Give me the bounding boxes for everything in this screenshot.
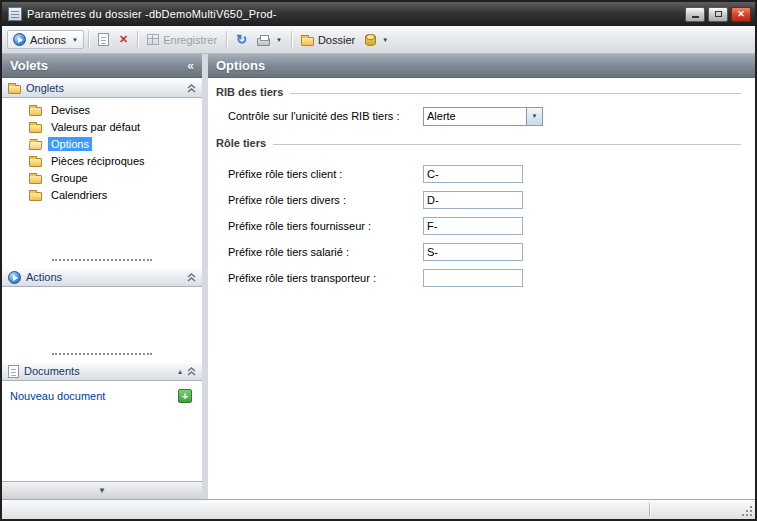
spacer	[208, 149, 755, 157]
save-button[interactable]: Enregistrer	[142, 32, 222, 48]
new-document-link[interactable]: Nouveau document	[10, 390, 105, 402]
add-document-button[interactable]: +	[178, 389, 192, 403]
tree-item-label: Valeurs par défaut	[48, 120, 143, 134]
field-label: Contrôle sur l'unicité des RIB tiers :	[228, 110, 423, 122]
tree-item-label: Groupe	[48, 171, 91, 185]
window-controls: ✕	[685, 7, 751, 22]
field-label: Préfixe rôle tiers client :	[228, 168, 423, 180]
sidebar: Onglets Devises Valeurs par défaut Opti	[2, 78, 202, 499]
chevrons-up-icon	[187, 84, 196, 93]
chevron-down-icon: ▼	[276, 37, 282, 43]
pane-headers: Volets « Options	[2, 54, 755, 78]
toolbar-separator	[291, 31, 292, 49]
selected-option: Alerte	[424, 110, 526, 122]
folder-icon	[29, 124, 42, 133]
sidebar-title: Volets	[10, 58, 48, 73]
rib-group-header: RIB des tiers	[216, 86, 741, 98]
folder-icon	[301, 37, 314, 46]
actions-icon	[8, 271, 21, 284]
prefix-client-input[interactable]	[423, 165, 523, 183]
tree-item-pieces-reciproques[interactable]: Pièces réciproques	[2, 152, 202, 169]
prefix-divers-input[interactable]	[423, 191, 523, 209]
section-actions[interactable]: Actions	[2, 267, 202, 287]
chevron-down-icon: ▼	[72, 37, 78, 43]
statusbar	[2, 499, 755, 519]
print-button[interactable]: ▼	[252, 32, 287, 48]
tree-item-options[interactable]: Options	[2, 135, 202, 152]
sidebar-header: Volets «	[2, 54, 202, 78]
new-document-icon	[98, 33, 109, 46]
folder-open-icon	[29, 141, 43, 150]
onglets-tree: Devises Valeurs par défaut Options Pièce…	[2, 98, 202, 203]
field-label: Préfixe rôle tiers transporteur :	[228, 272, 423, 284]
database-button[interactable]: ▼	[360, 32, 393, 48]
rib-control-select[interactable]: Alerte ▼	[423, 107, 543, 126]
field-row: Préfixe rôle tiers salarié :	[228, 243, 755, 261]
chevron-down-icon: ▼	[98, 486, 106, 495]
maximize-button[interactable]	[708, 7, 728, 22]
close-button[interactable]: ✕	[731, 7, 751, 22]
prefix-salarie-input[interactable]	[423, 243, 523, 261]
section-onglets-label: Onglets	[26, 82, 64, 94]
window-title: Paramètres du dossier -dbDemoMultiV650_P…	[27, 8, 277, 20]
dossier-button[interactable]: Dossier	[296, 32, 360, 48]
toolbar-separator	[226, 31, 227, 49]
chevron-down-icon: ▼	[382, 37, 388, 43]
section-documents[interactable]: Documents ▴	[2, 361, 202, 381]
tree-item-devises[interactable]: Devises	[2, 101, 202, 118]
actions-icon	[13, 33, 26, 46]
tree-item-label: Pièces réciproques	[48, 154, 148, 168]
prefix-transporteur-input[interactable]	[423, 269, 523, 287]
folder-icon	[29, 158, 42, 167]
folder-icon	[29, 192, 42, 201]
status-pane-main	[2, 500, 649, 519]
tree-item-label: Calendriers	[48, 188, 110, 202]
tree-item-calendriers[interactable]: Calendriers	[2, 186, 202, 203]
titlebar: Paramètres du dossier -dbDemoMultiV650_P…	[2, 2, 755, 26]
delete-button[interactable]: ✕	[114, 32, 133, 47]
page-title: Options	[216, 58, 265, 73]
field-label: Préfixe rôle tiers divers :	[228, 194, 423, 206]
tree-item-groupe[interactable]: Groupe	[2, 169, 202, 186]
field-label: Préfixe rôle tiers fournisseur :	[228, 220, 423, 232]
delete-icon: ✕	[119, 34, 128, 45]
content-area: Onglets Devises Valeurs par défaut Opti	[2, 78, 755, 499]
sidebar-scroll-down[interactable]: ▼	[2, 481, 202, 499]
app-icon	[8, 7, 22, 21]
actions-label: Actions	[30, 34, 66, 46]
actions-menu-button[interactable]: Actions ▼	[7, 30, 84, 49]
tree-item-label-selected: Options	[48, 137, 92, 151]
combo-dropdown-button[interactable]: ▼	[526, 108, 542, 125]
section-onglets[interactable]: Onglets	[2, 78, 202, 98]
toolbar: Actions ▼ ✕ Enregistrer ↻ ▼ Dossier	[2, 26, 755, 54]
group-label: RIB des tiers	[216, 86, 290, 98]
section-actions-label: Actions	[26, 271, 62, 283]
toolbar-separator	[137, 31, 138, 49]
dossier-label: Dossier	[318, 34, 355, 46]
rib-field-row: Contrôle sur l'unicité des RIB tiers : A…	[228, 107, 755, 125]
save-label: Enregistrer	[163, 34, 217, 46]
refresh-button[interactable]: ↻	[231, 31, 252, 48]
caret-up-icon: ▴	[178, 367, 182, 376]
minimize-button[interactable]	[685, 7, 705, 22]
tree-item-valeurs-par-defaut[interactable]: Valeurs par défaut	[2, 118, 202, 135]
field-row: Préfixe rôle tiers divers :	[228, 191, 755, 209]
app-window: Paramètres du dossier -dbDemoMultiV650_P…	[0, 0, 757, 521]
resize-grip[interactable]	[740, 504, 752, 516]
options-panel: RIB des tiers Contrôle sur l'unicité des…	[208, 78, 755, 499]
maximize-icon	[715, 11, 722, 17]
group-label: Rôle tiers	[216, 137, 273, 149]
new-button[interactable]	[93, 31, 114, 48]
chevron-down-icon: ▼	[532, 113, 538, 119]
folder-icon	[29, 107, 42, 116]
save-icon	[147, 34, 159, 45]
minimize-icon	[692, 16, 699, 18]
prefix-fournisseur-input[interactable]	[423, 217, 523, 235]
database-icon	[365, 34, 376, 46]
folder-icon	[8, 85, 21, 94]
refresh-icon: ↻	[236, 33, 247, 46]
main-header: Options	[208, 54, 755, 78]
role-group-header: Rôle tiers	[216, 137, 741, 149]
section-documents-label: Documents	[24, 365, 80, 377]
collapse-sidebar-button[interactable]: «	[187, 59, 194, 73]
